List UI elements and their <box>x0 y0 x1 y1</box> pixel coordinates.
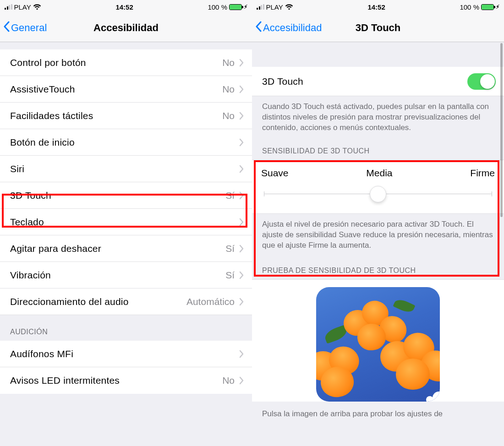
chevron-right-icon <box>239 350 244 358</box>
signal-icon <box>257 4 264 10</box>
toggle-label: 3D Touch <box>262 76 303 87</box>
section-header-test: PRUEBA DE SENSIBILIDAD DE 3D TOUCH <box>252 259 504 279</box>
battery-icon <box>229 4 242 10</box>
page-title: Accesibilidad <box>93 22 159 34</box>
row-label: Vibración <box>10 270 51 281</box>
row-label: Botón de inicio <box>10 137 75 148</box>
battery-icon <box>481 4 494 10</box>
row-label: Control por botón <box>10 57 86 68</box>
page-title: 3D Touch <box>356 22 401 34</box>
nav-bar: General Accesibilidad <box>0 14 252 42</box>
row-label: Siri <box>10 163 24 174</box>
row-value: No <box>222 110 235 121</box>
row-boton-de-inicio[interactable]: Botón de inicio <box>0 129 252 156</box>
battery-percent: 100 % <box>208 3 227 11</box>
chevron-right-icon <box>239 298 244 306</box>
row-value: No <box>222 375 235 386</box>
toggle-knob <box>480 74 495 89</box>
back-button[interactable]: General <box>3 21 47 35</box>
status-bar: PLAY 14:52 100 % ⚡︎ <box>0 0 252 14</box>
sensitivity-test-area <box>252 279 504 402</box>
row-label: AssistiveTouch <box>10 84 75 95</box>
sensitivity-slider-panel: Suave Media Firme <box>252 160 504 214</box>
row-siri[interactable]: Siri <box>0 156 252 182</box>
row-value: Automático <box>186 296 235 307</box>
charging-icon: ⚡︎ <box>244 4 247 10</box>
chevron-right-icon <box>239 191 244 200</box>
back-label: Accesibilidad <box>263 22 322 34</box>
wifi-icon <box>33 4 41 10</box>
test-description: Pulsa la imagen de arriba para probar lo… <box>252 402 504 428</box>
wifi-icon <box>285 4 293 10</box>
row-value: No <box>222 84 235 95</box>
clock: 14:52 <box>367 3 385 11</box>
row-label: Teclado <box>10 217 44 228</box>
battery-percent: 100 % <box>460 3 479 11</box>
slider-label-media: Media <box>366 168 392 179</box>
chevron-right-icon <box>239 138 244 147</box>
signal-icon <box>5 4 12 10</box>
slider-label-suave: Suave <box>261 168 289 179</box>
row-assistivetouch[interactable]: AssistiveTouch No <box>0 76 252 103</box>
scrollbar[interactable] <box>500 43 503 217</box>
row-label: Agitar para deshacer <box>10 243 101 254</box>
chevron-right-icon <box>239 85 244 93</box>
row-3d-touch-toggle: 3D Touch <box>252 67 504 96</box>
nav-bar: Accesibilidad 3D Touch <box>252 14 504 42</box>
chevron-left-icon <box>255 21 262 35</box>
row-label: Facilidades táctiles <box>10 110 93 121</box>
back-button[interactable]: Accesibilidad <box>255 21 322 35</box>
row-label: Avisos LED intermitentes <box>10 375 120 386</box>
chevron-right-icon <box>239 245 244 253</box>
slider-thumb[interactable] <box>370 186 386 202</box>
row-control-por-boton[interactable]: Control por botón No <box>0 49 252 76</box>
row-vibracion[interactable]: Vibración Sí <box>0 262 252 288</box>
section-header-sensitivity: SENSIBILIDAD DE 3D TOUCH <box>252 141 504 160</box>
chevron-right-icon <box>239 112 244 120</box>
row-agitar-para-deshacer[interactable]: Agitar para deshacer Sí <box>0 235 252 262</box>
charging-icon: ⚡︎ <box>496 4 499 10</box>
sensitivity-description: Ajusta el nivel de presión necesario par… <box>252 214 504 259</box>
phone-right-3dtouch: PLAY 14:52 100 % ⚡︎ Accesibilidad 3D Tou… <box>252 0 504 446</box>
chevron-right-icon <box>239 59 244 67</box>
phone-left-accessibility: PLAY 14:52 100 % ⚡︎ General Accesibilida… <box>0 0 252 446</box>
carrier-label: PLAY <box>14 3 31 11</box>
row-avisos-led[interactable]: Avisos LED intermitentes No <box>0 367 252 394</box>
row-label: 3D Touch <box>10 190 51 201</box>
chevron-right-icon <box>239 165 244 173</box>
toggle-description: Cuando 3D Touch está activado, puedes pu… <box>252 96 504 141</box>
row-value: No <box>222 57 235 68</box>
settings-detail: 3D Touch Cuando 3D Touch está activado, … <box>252 42 504 446</box>
row-facilidades-tactiles[interactable]: Facilidades táctiles No <box>0 103 252 129</box>
chevron-right-icon <box>239 218 244 226</box>
row-audifonos-mfi[interactable]: Audífonos MFi <box>0 341 252 367</box>
row-value: Sí <box>225 190 235 201</box>
row-label: Audífonos MFi <box>10 348 73 359</box>
clock: 14:52 <box>115 3 133 11</box>
carrier-label: PLAY <box>266 3 283 11</box>
chevron-right-icon <box>239 376 244 385</box>
row-teclado[interactable]: Teclado <box>0 209 252 235</box>
chevron-left-icon <box>3 21 10 35</box>
settings-list: Control por botón No AssistiveTouch No F… <box>0 42 252 446</box>
chevron-right-icon <box>239 271 244 279</box>
sensitivity-test-image[interactable] <box>316 287 440 402</box>
3d-touch-toggle[interactable] <box>467 73 496 90</box>
slider-label-firme: Firme <box>470 168 495 179</box>
row-value: Sí <box>225 270 235 281</box>
row-direccionamiento-audio[interactable]: Direccionamiento del audio Automático <box>0 288 252 315</box>
row-3d-touch[interactable]: 3D Touch Sí <box>0 182 252 209</box>
row-label: Direccionamiento del audio <box>10 296 129 307</box>
status-bar: PLAY 14:52 100 % ⚡︎ <box>252 0 504 14</box>
section-header-audicion: AUDICIÓN <box>0 315 252 341</box>
sensitivity-slider[interactable] <box>261 186 495 202</box>
row-value: Sí <box>225 243 235 254</box>
back-label: General <box>11 22 47 34</box>
